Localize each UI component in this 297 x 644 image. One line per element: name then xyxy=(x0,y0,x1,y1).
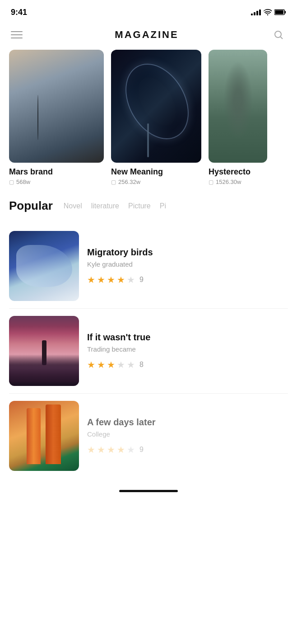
header: MAGAZINE xyxy=(0,23,297,50)
star-1-3: ★ xyxy=(117,359,125,370)
list-item-2[interactable]: A few days later College ★ ★ ★ ★ ★ 9 xyxy=(9,394,288,478)
popular-title: Popular xyxy=(9,199,53,213)
svg-line-4 xyxy=(280,37,283,39)
star-2-0: ★ xyxy=(87,444,95,455)
svg-rect-1 xyxy=(285,11,286,14)
svg-point-3 xyxy=(275,31,281,38)
list-item-1[interactable]: If it wasn't true Trading became ★ ★ ★ ★… xyxy=(9,309,288,394)
battery-icon xyxy=(274,9,286,15)
list-item-title-1: If it wasn't true xyxy=(87,332,283,343)
featured-card-title-1: New Meaning xyxy=(111,167,201,177)
status-bar: 9:41 xyxy=(0,0,297,23)
popular-section: Popular Novel literature Picture Pi Migr… xyxy=(0,185,297,478)
star-0-4: ★ xyxy=(127,274,135,285)
rating-2: 9 xyxy=(139,446,144,454)
search-button[interactable] xyxy=(271,27,286,42)
list-item-subtitle-0: Kyle graduated xyxy=(87,260,283,268)
featured-word-count-1: 256.32w xyxy=(118,179,140,185)
star-0-0: ★ xyxy=(87,274,95,285)
signal-icon xyxy=(251,9,261,15)
tab-pi[interactable]: Pi xyxy=(160,202,166,210)
featured-card-title-2: Hysterecto xyxy=(209,167,267,177)
featured-card-1[interactable]: New Meaning ▢ 256.32w xyxy=(111,50,201,185)
popular-header: Popular Novel literature Picture Pi xyxy=(9,199,288,213)
list-item-img-0 xyxy=(9,231,79,301)
star-1-0: ★ xyxy=(87,359,95,370)
list-item-subtitle-2: College xyxy=(87,430,283,438)
tab-picture[interactable]: Picture xyxy=(128,202,151,210)
star-0-3: ★ xyxy=(117,274,125,285)
rating-0: 9 xyxy=(139,276,144,284)
menu-button[interactable] xyxy=(11,31,23,38)
home-bar xyxy=(119,490,178,492)
star-2-2: ★ xyxy=(107,444,115,455)
list-item-subtitle-1: Trading became xyxy=(87,345,283,353)
star-2-1: ★ xyxy=(97,444,105,455)
featured-row: Mars brand ▢ 568w New Meaning ▢ 256.32w … xyxy=(9,50,288,185)
star-0-1: ★ xyxy=(97,274,105,285)
star-1-4: ★ xyxy=(127,359,135,370)
list-item-img-1 xyxy=(9,316,79,386)
list-item-0[interactable]: Migratory birds Kyle graduated ★ ★ ★ ★ ★… xyxy=(9,224,288,309)
tab-novel[interactable]: Novel xyxy=(64,202,82,210)
star-1-2: ★ xyxy=(107,359,115,370)
popular-tabs: Novel literature Picture Pi xyxy=(64,202,166,210)
featured-card-img-0 xyxy=(9,50,104,163)
status-time: 9:41 xyxy=(11,8,27,17)
hamburger-line-2 xyxy=(11,34,23,35)
featured-card-img-2 xyxy=(209,50,267,163)
app-title: MAGAZINE xyxy=(115,29,178,41)
rating-1: 8 xyxy=(139,361,144,369)
featured-section: Mars brand ▢ 568w New Meaning ▢ 256.32w … xyxy=(0,50,297,185)
wifi-icon xyxy=(264,9,272,15)
list-item-info-1: If it wasn't true Trading became ★ ★ ★ ★… xyxy=(87,332,288,370)
star-1-1: ★ xyxy=(97,359,105,370)
list-item-title-2: A few days later xyxy=(87,417,283,428)
search-icon xyxy=(273,29,284,40)
featured-card-meta-1: ▢ 256.32w xyxy=(111,179,201,185)
featured-card-meta-0: ▢ 568w xyxy=(9,179,104,185)
list-item-info-2: A few days later College ★ ★ ★ ★ ★ 9 xyxy=(87,417,288,455)
star-0-2: ★ xyxy=(107,274,115,285)
book-icon-1: ▢ xyxy=(111,179,116,185)
tab-literature[interactable]: literature xyxy=(91,202,119,210)
hamburger-line-3 xyxy=(11,38,23,38)
list-item-info-0: Migratory birds Kyle graduated ★ ★ ★ ★ ★… xyxy=(87,247,288,285)
featured-card-meta-2: ▢ 1526.30w xyxy=(209,179,267,185)
stars-row-2: ★ ★ ★ ★ ★ 9 xyxy=(87,444,283,455)
featured-card-title-0: Mars brand xyxy=(9,167,104,177)
star-2-4: ★ xyxy=(127,444,135,455)
list-item-title-0: Migratory birds xyxy=(87,247,283,258)
status-icons xyxy=(251,9,286,15)
featured-word-count-2: 1526.30w xyxy=(216,179,241,185)
featured-card-2[interactable]: Hysterecto ▢ 1526.30w xyxy=(209,50,267,185)
svg-rect-2 xyxy=(275,10,283,14)
book-icon-0: ▢ xyxy=(9,179,14,185)
stars-row-0: ★ ★ ★ ★ ★ 9 xyxy=(87,274,283,285)
book-icon-2: ▢ xyxy=(209,179,213,185)
featured-word-count-0: 568w xyxy=(16,179,30,185)
home-indicator xyxy=(0,483,297,497)
list-item-img-2 xyxy=(9,401,79,471)
stars-row-1: ★ ★ ★ ★ ★ 8 xyxy=(87,359,283,370)
star-2-3: ★ xyxy=(117,444,125,455)
featured-card-0[interactable]: Mars brand ▢ 568w xyxy=(9,50,104,185)
featured-card-img-1 xyxy=(111,50,201,163)
hamburger-line-1 xyxy=(11,31,23,32)
